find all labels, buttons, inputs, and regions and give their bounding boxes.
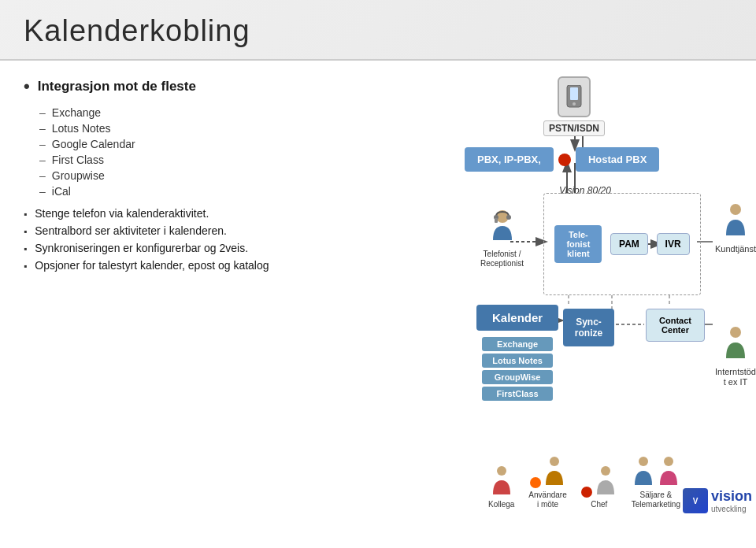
list-item: Google Calendar	[39, 136, 323, 152]
firstclass-btn: FirstClass	[482, 387, 553, 401]
kollega-figure: Kollega	[488, 465, 514, 509]
chef-figure: Chef	[581, 465, 617, 509]
red-dot-indicator	[558, 154, 571, 166]
svg-point-24	[601, 466, 610, 476]
page-header: Kalenderkobling	[0, 0, 756, 61]
kalender-area: Kalender Exchange Lotus Notes GroupWise …	[476, 305, 558, 401]
connector-lines	[339, 76, 756, 517]
right-diagram: PSTN/ISDN PBX, IP-PBX, Hostad PBX Vision…	[339, 76, 756, 530]
chef-label: Chef	[591, 500, 607, 509]
kundtjanst-icon	[721, 202, 750, 242]
saljare-icon1	[632, 455, 655, 488]
chef-icon	[594, 465, 617, 498]
bullet-item: Opsjoner for talestyrt kalender, epost o…	[24, 259, 323, 272]
telefonist-klient-box: Tele- fonist klient	[554, 225, 602, 263]
pstn-box: PSTN/ISDN	[543, 76, 605, 136]
right-figures: Kundtjänst Interntstöd t ex IT	[715, 202, 756, 388]
pam-box: PAM	[610, 233, 648, 255]
vision-logo-icon: V	[683, 488, 708, 513]
kollega-icon	[490, 465, 513, 498]
anvandare-figure: Användare i möte	[528, 455, 566, 509]
interntstod-label: Interntstöd t ex IT	[715, 367, 756, 387]
ivr-box: IVR	[657, 233, 690, 255]
list-item: Groupwise	[39, 168, 323, 183]
vision-logo-text: vision utveckling	[711, 488, 752, 513]
diagram: PSTN/ISDN PBX, IP-PBX, Hostad PBX Vision…	[339, 76, 756, 517]
saljare-icon2	[657, 455, 680, 488]
groupwise-btn: GroupWise	[482, 370, 553, 384]
pbx-row: PBX, IP-PBX, Hostad PBX	[465, 147, 659, 172]
svg-point-20	[730, 204, 741, 215]
pbx-box: PBX, IP-PBX,	[465, 147, 554, 172]
main-bullet: Integrasjon mot de fleste	[24, 76, 323, 97]
svg-rect-14	[570, 87, 578, 100]
anvandare-label: Användare i möte	[528, 491, 566, 509]
pstn-label: PSTN/ISDN	[543, 120, 605, 136]
bullet-item: Stenge telefon via kalenderaktivitet.	[24, 207, 323, 220]
red-dot-chef	[581, 487, 592, 498]
exchange-btn: Exchange	[482, 337, 553, 351]
bottom-figures: Kollega Användare i möte	[488, 455, 680, 509]
list-item: Exchange	[39, 105, 323, 120]
inner-diagram-box: Tele- fonist klient PAM IVR	[543, 193, 701, 295]
interntstod-icon	[721, 325, 750, 365]
svg-point-18	[506, 215, 511, 220]
sub-apps: Exchange Lotus Notes GroupWise FirstClas…	[482, 337, 553, 401]
lotus-btn: Lotus Notes	[482, 354, 553, 368]
receptionist-label: Telefonist / Receptionist	[480, 250, 524, 268]
list-item: First Class	[39, 152, 323, 168]
left-column: Integrasjon mot de fleste Exchange Lotus…	[24, 76, 323, 530]
contact-center-box: Contact Center	[646, 309, 705, 342]
list-item: iCal	[39, 183, 323, 199]
svg-point-23	[550, 457, 559, 466]
main-content: Integrasjon mot de fleste Exchange Lotus…	[0, 61, 756, 546]
orange-dot	[530, 477, 541, 488]
vision-logo: V vision utveckling	[683, 488, 752, 513]
saljare-figure: Säljare & Telemarketing	[632, 455, 680, 509]
svg-point-25	[639, 457, 648, 466]
page-title: Kalenderkobling	[24, 14, 732, 48]
phone-icon	[558, 76, 591, 117]
svg-point-15	[573, 102, 576, 106]
receptionist-icon	[488, 209, 517, 248]
svg-point-21	[730, 327, 741, 338]
svg-point-26	[664, 457, 673, 466]
receptionist-figure: Telefonist / Receptionist	[480, 209, 524, 268]
svg-point-22	[497, 466, 506, 476]
sync-box: Sync- ronize	[563, 309, 614, 346]
svg-rect-19	[495, 218, 498, 223]
list-item: Lotus Notes	[39, 120, 323, 136]
kalender-box: Kalender	[476, 305, 558, 331]
hostad-box: Hostad PBX	[576, 147, 659, 172]
kundtjanst-figure: Kundtjänst	[715, 202, 756, 254]
anvandare-icon	[543, 455, 566, 488]
sub-list: Exchange Lotus Notes Google Calendar Fir…	[39, 105, 323, 199]
bullet-item: Sentralbord ser aktiviteter i kalenderen…	[24, 224, 323, 237]
interntstod-figure: Interntstöd t ex IT	[715, 325, 756, 387]
saljare-label: Säljare & Telemarketing	[632, 491, 680, 509]
kundtjanst-label: Kundtjänst	[715, 244, 756, 254]
kollega-label: Kollega	[488, 500, 514, 509]
bullet-item: Synkroniseringen er konfigurerbar og 2ve…	[24, 242, 323, 254]
